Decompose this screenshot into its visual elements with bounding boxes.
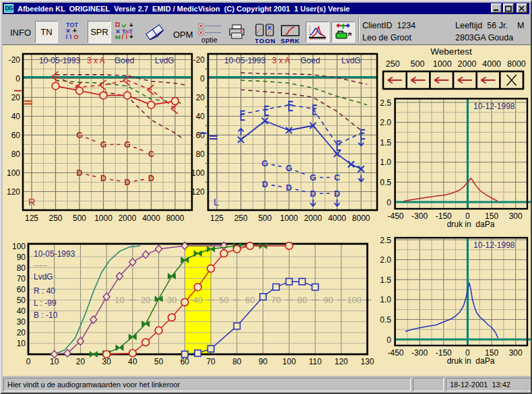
x-tick: 2000 [304,214,322,223]
y-tick: 60 [11,131,21,140]
toon-icon[interactable]: TOON [255,24,275,47]
x-tick: 40 [128,357,137,366]
y-tick: 100 [12,242,26,251]
audiogram-left: 10-05-19933 x AGoedLvdG12525050010002000… [191,54,377,223]
tympanogram-button[interactable] [306,22,329,42]
speech-audiogram: 1020304050607080901000102030405060708090… [12,242,374,367]
status-empty-panel [413,378,444,391]
resize-grip[interactable] [520,385,529,393]
audiogram-right: 10-05-19933 x AGoedLvdG12525050010002000… [7,54,192,223]
y-tick: 120 [7,187,20,197]
x-axis-title: druk in daPa [447,220,495,229]
legend-examiner: LvdG [34,272,53,282]
charts-canvas: 10-05-19933 x AGoedLvdG12525050010002000… [1,44,532,376]
weber-frequency: 8000 [507,59,526,69]
y-tick: 90 [17,253,26,262]
weber-result-left-arrow [434,77,448,84]
legend-left-score: L : -99 [34,298,57,308]
y-tick: 120 [191,187,205,197]
ghost-scale-number: 20 [141,295,150,305]
svg-text:( ): ( ) [122,34,128,39]
y-tick: 100 [191,168,205,178]
close-button[interactable] [517,3,527,13]
printer-icon[interactable] [229,24,245,42]
ghost-scale-number: 70 [271,295,281,305]
weber-result-cross [507,75,517,86]
ghost-scale-number: 50 [219,295,228,305]
y-tick: 0 [15,74,20,84]
toolbar: INFO TN TOT ✕ + ( ) O SPR + ✕ ToT ( ) + [3,14,529,44]
y-tick: 0 [200,74,205,84]
y-tick: 2.0 [380,255,391,265]
info-button[interactable]: INFO [10,28,31,38]
opm-button[interactable]: OPM [173,30,193,40]
toon-label: TOON [255,37,275,44]
x-tick: 300 [509,348,523,358]
exam-date: 10-05-1993 [39,56,81,65]
y-tick: 80 [11,150,21,159]
y-tick: 70 [17,274,26,284]
y-tick: 10 [17,339,26,348]
ghost-scale-number: 30 [167,295,176,305]
weber-frequency: 250 [386,59,400,69]
level-letter: D [286,183,292,193]
y-tick: 2.5 [380,236,391,245]
weber-frequency: 1000 [433,59,452,69]
y-tick: 2.0 [380,118,391,127]
x-tick: 130 [360,357,374,366]
weber-panel: Webertest2505001000200040008000 [383,46,526,89]
status-datetime: 18-12-2001 13:42 [446,378,532,391]
exam-examiner: LvdG [155,56,174,65]
y-tick: 20 [11,93,21,102]
series-previous-exam-green [56,80,181,103]
ghost-scale-number: 100 [347,295,362,305]
transducer-button[interactable] [331,22,355,42]
weber-result-left-arrow [481,77,496,84]
y-tick: 30 [17,317,26,327]
x-tick: 4000 [328,214,346,223]
y-tick: 60 [196,131,205,140]
ear-label: L [213,196,219,207]
series-previous-exam-green [241,80,367,104]
level-letter: G [100,140,107,150]
tn-button-label: TN [40,27,52,37]
client-name: Leo de Groot [362,33,411,42]
level-letter: D [148,174,154,183]
y-tick: -20 [193,55,205,65]
y-tick: 40 [17,306,26,316]
x-tick: 250 [48,214,62,223]
options-icon[interactable]: optie [198,23,222,46]
close-icon [519,5,525,11]
exam-date: 10-05-1993 [224,56,266,65]
status-bar: Hier vindt u de audiogramwaarden voor he… [3,376,529,394]
exam-quality: Goed [300,56,320,65]
weber-result-left-arrow [388,77,402,84]
y-tick: 40 [196,112,205,121]
svg-text:✕: ✕ [115,28,121,35]
spr-button[interactable]: SPR [88,21,111,43]
tympanogram-curves-icon [308,24,327,40]
level-letter: G [76,131,83,140]
book-icon[interactable] [144,24,164,42]
ghost-scale-number: 80 [297,295,306,305]
status-message: Hier vindt u de audiogramwaarden voor he… [3,378,411,391]
x-tick: 300 [509,211,523,221]
app-icon[interactable]: DG [4,4,13,13]
maximize-button[interactable] [503,3,514,13]
x-tick: 500 [73,214,86,223]
sprk-label: SPRK [281,37,300,44]
minimize-button[interactable] [491,3,502,13]
level-letter: D [124,178,130,187]
tn-button[interactable]: TN [35,21,58,43]
x-tick: 80 [232,357,242,366]
main-area: 10-05-19933 x AGoedLvdG12525050010002000… [3,44,532,376]
speech-symbols-icon[interactable]: + ✕ ToT ( ) + [114,22,136,42]
x-tick: 20 [76,357,86,366]
exam-quality: Goed [114,56,134,65]
tone-symbols-icon[interactable]: TOT ✕ + ( ) O [63,22,81,42]
tympanogram-right: 2.52.01.51.00.50-450-300-1500150300druk … [380,98,531,230]
spr-button-label: SPR [90,27,108,37]
y-tick: 80 [17,263,26,273]
y-tick: 60 [17,285,26,294]
x-tick: 2000 [119,214,137,223]
